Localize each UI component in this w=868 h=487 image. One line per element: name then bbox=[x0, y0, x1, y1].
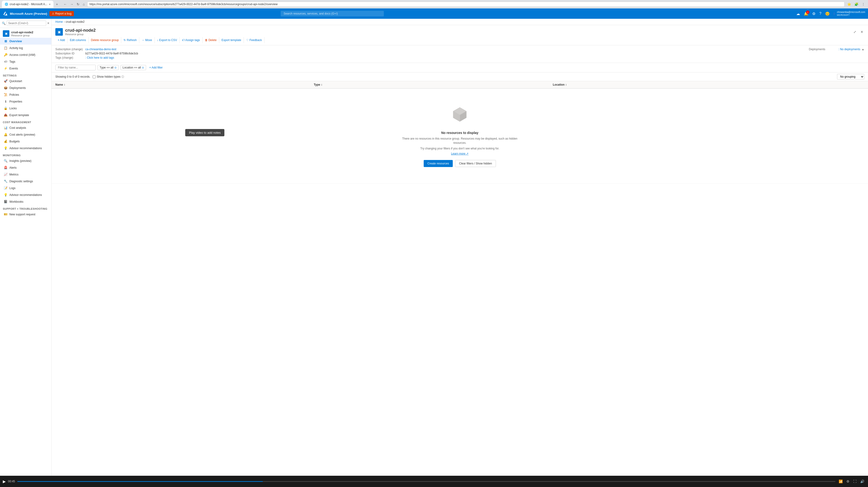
sidebar-item-properties[interactable]: ℹ Properties bbox=[0, 98, 51, 105]
sidebar-item-new-support[interactable]: 🎫 New support request bbox=[0, 211, 51, 218]
cost-management-section-label: Cost Management bbox=[0, 119, 51, 124]
tab-close-btn[interactable]: ✕ bbox=[49, 3, 51, 6]
sidebar-search-clear-btn[interactable]: ✕ bbox=[47, 22, 50, 25]
video-fullscreen-btn[interactable]: ⛶ bbox=[852, 479, 858, 484]
table-header: Name ↕ Type ↕ Location ↕ bbox=[52, 81, 868, 88]
maximize-btn[interactable]: ⤢ bbox=[852, 29, 857, 35]
user-menu[interactable]: 👤 chnwamba@microsoft.comMICROSOFT bbox=[833, 11, 865, 17]
info-left: Subscription (change) ca-chnwamba-demo-t… bbox=[55, 48, 138, 60]
sidebar-item-tags[interactable]: 🏷 Tags bbox=[0, 58, 51, 65]
table-body: No resources to display There are no res… bbox=[52, 88, 868, 184]
video-time: 00:45 bbox=[8, 480, 15, 483]
add-btn[interactable]: + Add bbox=[55, 37, 67, 43]
col-name[interactable]: Name ↕ bbox=[52, 81, 310, 88]
assign-tags-btn[interactable]: 🏷 Assign tags bbox=[180, 37, 203, 43]
col-type[interactable]: Type ↕ bbox=[310, 81, 549, 88]
refresh-btn[interactable]: ↻ Refresh bbox=[121, 37, 139, 43]
sidebar-item-advisor-cost[interactable]: 💡 Advisor recommendations bbox=[0, 145, 51, 152]
location-filter-clear-btn[interactable]: ⊙ bbox=[142, 66, 144, 69]
address-bar[interactable] bbox=[87, 2, 844, 7]
refresh-btn[interactable]: ↻ bbox=[75, 2, 81, 6]
sidebar-item-events[interactable]: ⚡ Events bbox=[0, 65, 51, 72]
delete-resource-group-btn[interactable]: Delete resource group bbox=[89, 37, 121, 43]
sidebar-item-overview[interactable]: ⊞ Overview bbox=[0, 38, 51, 44]
type-filter-tag[interactable]: Type == all ⊙ bbox=[97, 65, 119, 70]
video-signal-btn[interactable]: 📶 bbox=[838, 479, 844, 484]
collapse-info-btn[interactable]: ▲ bbox=[862, 48, 864, 51]
topnav-search-input[interactable] bbox=[281, 11, 384, 17]
main-layout: 🔍 ✕ ▣ crud-api-node2 Resource group ⊞ Ov… bbox=[0, 19, 868, 476]
video-play-btn[interactable]: ▶ bbox=[3, 479, 6, 484]
show-hidden-label[interactable]: Show hidden types ⓘ bbox=[93, 75, 124, 79]
sidebar-item-export-template[interactable]: 📤 Export template bbox=[0, 112, 51, 119]
sidebar-item-budgets[interactable]: 💰 Budgets bbox=[0, 138, 51, 145]
show-hidden-checkbox[interactable] bbox=[93, 75, 96, 78]
type-filter-clear-btn[interactable]: ⊙ bbox=[115, 66, 117, 69]
back-btn[interactable]: ← bbox=[62, 2, 68, 6]
sidebar-item-locks[interactable]: 🔒 Locks bbox=[0, 105, 51, 112]
sidebar-item-metrics[interactable]: 📈 Metrics bbox=[0, 171, 51, 178]
close-btn[interactable]: ✕ bbox=[860, 29, 864, 35]
sidebar-item-alerts[interactable]: 🚨 Alerts bbox=[0, 164, 51, 171]
filter-bar: Type == all ⊙ Location == all ⊙ + Add fi… bbox=[52, 63, 868, 72]
sidebar-search-input[interactable] bbox=[6, 21, 46, 26]
bookmark-btn[interactable]: ⭐ bbox=[846, 2, 852, 6]
video-volume-btn[interactable]: 🔊 bbox=[859, 479, 865, 484]
breadcrumb-home[interactable]: Home bbox=[55, 20, 63, 24]
deployments-value[interactable]: : No deployments bbox=[838, 48, 860, 51]
sidebar-item-cost-alerts[interactable]: 🔔 Cost alerts (preview) bbox=[0, 131, 51, 138]
learn-more-link[interactable]: Learn more ↗ bbox=[451, 152, 469, 155]
filter-by-name-input[interactable] bbox=[55, 65, 96, 70]
clear-filters-btn[interactable]: Clear filters / Show hidden bbox=[455, 160, 496, 167]
sidebar-item-advisor-monitoring[interactable]: 💡 Advisor recommendations bbox=[0, 191, 51, 198]
col-location[interactable]: Location ↕ bbox=[549, 81, 868, 88]
deployments-label: Deployments bbox=[809, 48, 837, 51]
export-csv-btn[interactable]: ↓ Export to CSV bbox=[155, 37, 180, 43]
sidebar-item-deployments[interactable]: 📦 Deployments bbox=[0, 85, 51, 91]
sidebar-item-label-locks: Locks bbox=[9, 107, 17, 110]
delete-btn[interactable]: 🗑 Delete bbox=[203, 37, 219, 43]
sidebar-item-label-quickstart: Quickstart bbox=[9, 80, 22, 83]
sidebar-item-cost-analysis[interactable]: 📊 Cost analysis bbox=[0, 124, 51, 131]
tags-row: Tags (change) : Click here to add tags bbox=[55, 56, 138, 59]
grouping-dropdown[interactable]: No grouping Resource type Location Tag bbox=[837, 74, 864, 80]
sidebar-item-logs[interactable]: 📝 Logs bbox=[0, 185, 51, 191]
browser-tab[interactable]: 🌐 crud-api-node2 - Microsoft A... ✕ bbox=[2, 1, 54, 8]
create-resources-btn[interactable]: Create resources bbox=[424, 160, 453, 167]
sidebar-item-diagnostic[interactable]: 🔧 Diagnostic settings bbox=[0, 178, 51, 185]
move-btn[interactable]: → Move bbox=[139, 37, 155, 43]
overview-icon: ⊞ bbox=[4, 39, 7, 43]
extensions-btn[interactable]: 🧩 bbox=[853, 2, 860, 6]
sidebar-item-iam[interactable]: 🔑 Access control (IAM) bbox=[0, 51, 51, 58]
breadcrumb-separator: › bbox=[64, 20, 65, 24]
cloud-shell-btn[interactable]: ☁ bbox=[795, 10, 801, 17]
home-btn[interactable]: ⌂ bbox=[82, 2, 86, 6]
sidebar-item-insights[interactable]: 🔍 Insights (preview) bbox=[0, 157, 51, 164]
location-filter-tag[interactable]: Location == all ⊙ bbox=[121, 65, 146, 70]
feedback-btn[interactable]: ♡ Feedback bbox=[244, 37, 265, 43]
subscription-value[interactable]: ca-chnwamba-demo-test bbox=[85, 48, 116, 51]
report-bug-btn[interactable]: ⚠ Report a bug bbox=[50, 11, 74, 16]
settings-btn[interactable]: ⚙ bbox=[811, 10, 816, 17]
sidebar-item-activity-log[interactable]: 📋 Activity log bbox=[0, 44, 51, 51]
sidebar-item-quickstart[interactable]: 🚀 Quickstart bbox=[0, 78, 51, 85]
policies-icon: 📜 bbox=[4, 93, 7, 96]
video-settings-btn[interactable]: ⚙ bbox=[845, 479, 850, 484]
export-template-btn[interactable]: Export template bbox=[219, 37, 244, 43]
video-progress bbox=[17, 481, 835, 482]
new-tab-btn[interactable]: + bbox=[55, 2, 59, 6]
help-btn[interactable]: ? bbox=[818, 10, 822, 17]
forward-btn[interactable]: → bbox=[69, 2, 74, 6]
empty-state-desc2: Try changing your filters if you don't s… bbox=[421, 146, 499, 151]
sidebar-item-workbooks[interactable]: 📓 Workbooks bbox=[0, 198, 51, 205]
sidebar-item-policies[interactable]: 📜 Policies bbox=[0, 91, 51, 98]
add-filter-btn[interactable]: + Add filter bbox=[148, 65, 164, 70]
video-tooltip[interactable]: Play video to add notes bbox=[185, 129, 224, 136]
feedback-btn[interactable]: 😊 bbox=[824, 10, 831, 17]
notifications-btn[interactable]: 🔔 1 bbox=[803, 10, 809, 17]
menu-btn[interactable]: ⋮ bbox=[861, 2, 866, 6]
sidebar-item-label-advisor-monitoring: Advisor recommendations bbox=[9, 193, 42, 196]
edit-columns-btn[interactable]: Edit columns bbox=[67, 37, 89, 43]
page-title: crud-api-node2 bbox=[65, 28, 96, 33]
tags-value[interactable]: : Click here to add tags bbox=[85, 56, 114, 59]
